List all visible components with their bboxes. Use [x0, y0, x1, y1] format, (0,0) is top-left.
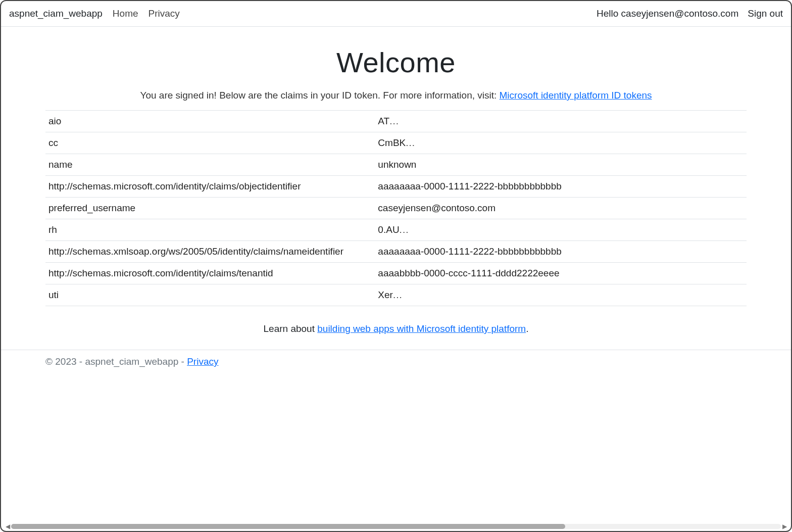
table-row: utiXer...	[45, 284, 747, 306]
claim-value: caseyjensen@contoso.com	[375, 198, 747, 219]
main-content: Welcome You are signed in! Below are the…	[1, 27, 791, 334]
nav-privacy[interactable]: Privacy	[148, 8, 180, 19]
claim-key: http://schemas.microsoft.com/identity/cl…	[45, 263, 375, 284]
ellipsis-icon: ...	[393, 289, 403, 300]
table-row: http://schemas.microsoft.com/identity/cl…	[45, 176, 747, 198]
scrollbar-track[interactable]	[11, 524, 781, 529]
ellipsis-icon: ...	[400, 224, 409, 235]
claim-key: http://schemas.xmlsoap.org/ws/2005/05/id…	[45, 241, 375, 263]
table-row: nameunknown	[45, 154, 747, 176]
claim-key: name	[45, 154, 375, 176]
scroll-right-icon[interactable]: ▶	[781, 523, 788, 530]
claim-value: AT...	[375, 111, 747, 132]
learn-text: Learn about building web apps with Micro…	[45, 323, 747, 334]
table-row: ccCmBK...	[45, 132, 747, 154]
claims-table: aioAT...ccCmBK...nameunknownhttp://schem…	[45, 110, 747, 306]
claim-key: http://schemas.microsoft.com/identity/cl…	[45, 176, 375, 198]
claim-key: cc	[45, 132, 375, 154]
claim-key: aio	[45, 111, 375, 132]
horizontal-scrollbar[interactable]: ◀ ▶	[4, 523, 788, 530]
scroll-left-icon[interactable]: ◀	[4, 523, 11, 530]
claim-value: Xer...	[375, 284, 747, 306]
table-row: rh0.AU...	[45, 219, 747, 241]
claim-key: rh	[45, 219, 375, 241]
nav-signout[interactable]: Sign out	[748, 8, 783, 19]
ellipsis-icon: ...	[389, 116, 399, 126]
claim-value: CmBK...	[375, 132, 747, 154]
navbar: aspnet_ciam_webapp Home Privacy Hello ca…	[1, 1, 791, 27]
claim-value: unknown	[375, 154, 747, 176]
claim-value: aaaaaaaa-0000-1111-2222-bbbbbbbbbbbb	[375, 176, 747, 198]
learn-link[interactable]: building web apps with Microsoft identit…	[317, 323, 526, 334]
id-tokens-link[interactable]: Microsoft identity platform ID tokens	[500, 90, 652, 101]
nav-home[interactable]: Home	[113, 8, 138, 19]
table-row: preferred_usernamecaseyjensen@contoso.co…	[45, 198, 747, 219]
claim-key: uti	[45, 284, 375, 306]
brand-link[interactable]: aspnet_ciam_webapp	[9, 8, 103, 19]
learn-prefix: Learn about	[264, 323, 318, 334]
ellipsis-icon: ...	[406, 137, 415, 148]
claim-key: preferred_username	[45, 198, 375, 219]
footer-privacy-link[interactable]: Privacy	[187, 356, 218, 367]
intro-text: You are signed in! Below are the claims …	[45, 90, 747, 101]
claim-value: 0.AU...	[375, 219, 747, 241]
nav-greeting[interactable]: Hello caseyjensen@contoso.com	[597, 8, 738, 19]
table-row: http://schemas.microsoft.com/identity/cl…	[45, 263, 747, 284]
table-row: aioAT...	[45, 111, 747, 132]
claim-value: aaaaaaaa-0000-1111-2222-bbbbbbbbbbbb	[375, 241, 747, 263]
claim-value: aaaabbbb-0000-cccc-1111-dddd2222eeee	[375, 263, 747, 284]
intro-prefix: You are signed in! Below are the claims …	[140, 90, 499, 101]
table-row: http://schemas.xmlsoap.org/ws/2005/05/id…	[45, 241, 747, 263]
page-title: Welcome	[45, 46, 747, 79]
footer-text: © 2023 - aspnet_ciam_webapp -	[45, 356, 187, 367]
footer: © 2023 - aspnet_ciam_webapp - Privacy	[1, 350, 791, 382]
learn-suffix: .	[526, 323, 528, 334]
scrollbar-thumb[interactable]	[11, 524, 565, 529]
